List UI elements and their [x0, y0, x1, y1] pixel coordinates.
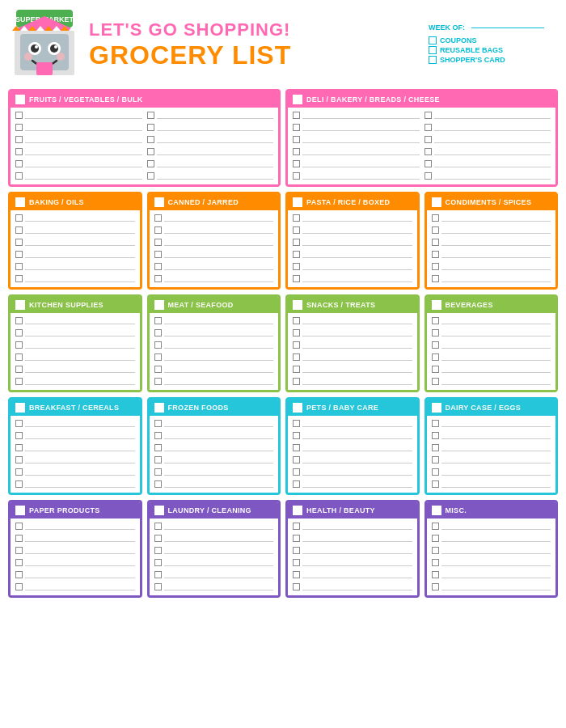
row-5: PAPER PRODUCTS LAUNDRY / CLEANING — [8, 500, 558, 598]
list-item — [293, 274, 412, 282]
list-item — [15, 353, 135, 361]
list-item — [154, 214, 274, 222]
section-baking: BAKING / OILS — [8, 192, 142, 290]
list-item — [432, 316, 551, 324]
coupons-checkbox[interactable] — [429, 36, 437, 44]
list-item — [424, 147, 551, 155]
condiments-header: CONDIMENTS / SPICES — [427, 194, 556, 210]
list-item — [432, 377, 551, 385]
list-item — [432, 214, 551, 222]
list-item — [432, 522, 551, 530]
shoppers-card-label: SHOPPER'S CARD — [440, 56, 505, 64]
list-item — [432, 546, 551, 554]
store-icon: SUPER MARKET — [8, 8, 81, 81]
list-item — [15, 341, 135, 349]
list-item — [432, 419, 551, 427]
list-item — [15, 534, 135, 542]
list-item — [293, 455, 412, 463]
lets-go-text: LET'S GO SHOPPING! — [89, 19, 429, 40]
list-item — [293, 238, 412, 246]
section-meat: MEAT / SEAFOOD — [147, 294, 281, 392]
list-item — [15, 147, 142, 155]
breakfast-label: BREAKFAST / CEREALS — [29, 404, 119, 412]
list-item — [293, 419, 412, 427]
meat-header: MEAT / SEAFOOD — [150, 297, 279, 313]
list-item — [147, 135, 274, 143]
list-item — [432, 570, 551, 578]
deli-bakery-label: DELI / BAKERY / BREADS / CHEESE — [306, 95, 440, 104]
deli-bakery-items — [288, 108, 555, 184]
list-item — [15, 159, 142, 167]
list-item — [293, 135, 420, 143]
list-item — [15, 558, 135, 566]
list-item — [154, 341, 274, 349]
list-item — [147, 159, 274, 167]
section-pasta: PASTA / RICE / BOXED — [285, 192, 420, 290]
list-item — [293, 443, 412, 451]
list-item — [154, 377, 274, 385]
section-kitchen: KITCHEN SUPPLIES — [8, 294, 142, 392]
list-item — [154, 226, 274, 234]
section-laundry: LAUNDRY / CLEANING — [147, 500, 281, 598]
list-item — [154, 274, 274, 282]
misc-header: MISC. — [427, 502, 556, 518]
list-item — [154, 480, 274, 488]
list-item — [15, 455, 135, 463]
pasta-icon — [293, 197, 302, 207]
fruits-veg-items — [11, 108, 278, 184]
section-condiments: CONDIMENTS / SPICES — [424, 192, 559, 290]
list-item — [154, 522, 274, 530]
paper-items — [11, 518, 140, 595]
section-beverages: BEVERAGES — [424, 294, 559, 392]
list-item — [432, 226, 551, 234]
section-paper: PAPER PRODUCTS — [8, 500, 142, 598]
list-item — [154, 558, 274, 566]
list-item — [154, 570, 274, 578]
list-item — [293, 582, 412, 590]
list-item — [15, 238, 135, 246]
section-breakfast: BREAKFAST / CEREALS — [8, 397, 142, 495]
list-item — [154, 546, 274, 554]
svg-point-20 — [57, 53, 65, 61]
dairy-label: DAIRY CASE / EGGS — [446, 404, 522, 412]
list-item — [15, 274, 135, 282]
shoppers-card-checkbox[interactable] — [429, 56, 437, 64]
paper-header: PAPER PRODUCTS — [11, 502, 140, 518]
list-item — [15, 546, 135, 554]
beverages-icon — [432, 300, 441, 310]
list-item — [424, 123, 551, 131]
svg-point-17 — [35, 45, 38, 49]
coupons-label: COUPONS — [440, 36, 477, 44]
fruits-veg-label: FRUITS / VEGETABLES / BULK — [29, 95, 143, 104]
deli-bakery-header: DELI / BAKERY / BREADS / CHEESE — [288, 91, 555, 108]
list-item — [293, 480, 412, 488]
list-item — [15, 328, 135, 336]
list-item — [147, 123, 274, 131]
list-item — [147, 111, 274, 119]
section-frozen: FROZEN FOODS — [147, 397, 281, 495]
list-item — [432, 455, 551, 463]
beverages-label: BEVERAGES — [446, 301, 493, 309]
list-item — [293, 262, 412, 270]
paper-icon — [15, 506, 25, 515]
breakfast-header: BREAKFAST / CEREALS — [11, 400, 140, 416]
list-item — [432, 431, 551, 439]
meat-icon — [154, 300, 164, 310]
list-item — [154, 582, 274, 590]
list-item — [147, 171, 274, 180]
list-item — [432, 262, 551, 270]
section-snacks: SNACKS / TREATS — [285, 294, 420, 392]
baking-header: BAKING / OILS — [11, 194, 140, 210]
list-item — [293, 377, 412, 385]
list-item — [432, 250, 551, 258]
reusable-bags-label: REUSABLE BAGS — [440, 46, 503, 54]
reusable-bags-checkbox[interactable] — [429, 46, 437, 54]
laundry-header: LAUNDRY / CLEANING — [150, 502, 279, 518]
list-item — [154, 468, 274, 476]
list-item — [424, 171, 551, 180]
snacks-items — [288, 313, 417, 390]
reusable-bags-row: REUSABLE BAGS — [429, 46, 558, 54]
laundry-label: LAUNDRY / CLEANING — [168, 506, 251, 514]
list-item — [293, 123, 420, 131]
list-item — [154, 250, 274, 258]
